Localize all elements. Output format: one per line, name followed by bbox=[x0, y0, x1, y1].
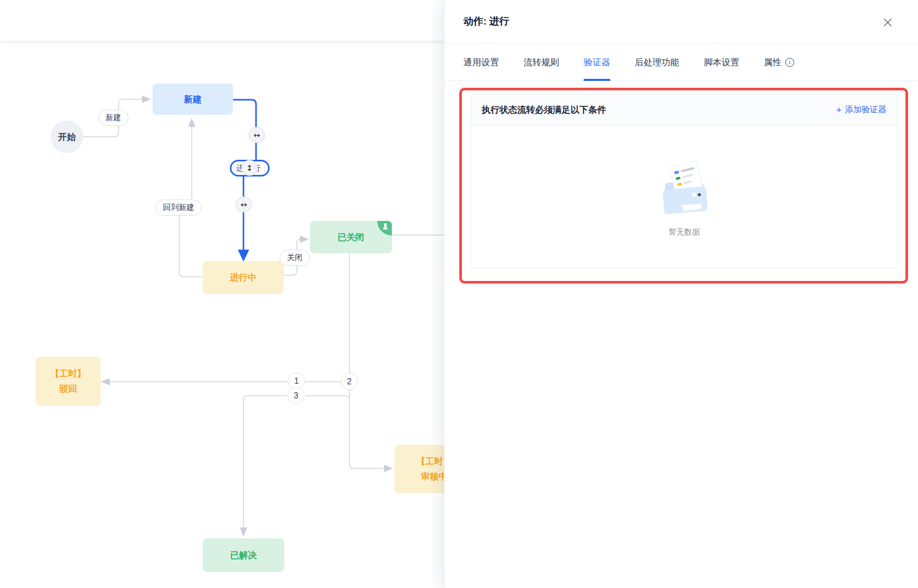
node-closed[interactable]: 已关闭 bbox=[310, 221, 392, 253]
edge-back-to-new-lower[interactable] bbox=[179, 216, 203, 277]
empty-folder-illustration bbox=[654, 157, 715, 216]
drag-handle-vertical-icon[interactable]: ↕ bbox=[241, 160, 258, 176]
tab-properties[interactable]: 属性 i bbox=[764, 44, 794, 81]
transition-marker-2[interactable]: 2 bbox=[341, 373, 358, 390]
edge-label-back-to-new[interactable]: 回到新建 bbox=[156, 199, 202, 216]
tab-transition-rules[interactable]: 流转规则 bbox=[524, 44, 559, 81]
edge-label-create[interactable]: 新建 bbox=[98, 110, 129, 126]
node-new-label: 新建 bbox=[184, 92, 202, 107]
edge-marker3-join[interactable] bbox=[306, 396, 350, 400]
node-rejected[interactable]: 【工时】 驳回 bbox=[36, 357, 101, 406]
add-validator-label: 添加验证器 bbox=[845, 104, 887, 115]
node-start-label: 开始 bbox=[58, 131, 76, 143]
arrowhead bbox=[300, 236, 309, 243]
arrowhead-blue bbox=[238, 250, 249, 262]
arrowhead bbox=[101, 378, 110, 385]
drag-handle-horizontal-icon[interactable]: ↔ bbox=[249, 127, 265, 143]
edge-closed-to-review[interactable] bbox=[350, 253, 384, 468]
arrowhead bbox=[188, 118, 195, 127]
node-in-progress-label: 进行中 bbox=[230, 270, 257, 285]
tab-general-settings[interactable]: 通用设置 bbox=[463, 44, 499, 81]
empty-data-text: 暂无数据 bbox=[669, 227, 700, 237]
plus-icon: + bbox=[836, 106, 842, 114]
info-icon[interactable]: i bbox=[785, 58, 794, 67]
node-in-progress[interactable]: 进行中 bbox=[203, 261, 284, 294]
node-review-line2: 审核中 bbox=[421, 469, 448, 484]
arrowhead bbox=[240, 527, 247, 537]
node-new[interactable]: 新建 bbox=[153, 84, 233, 115]
action-detail-panel: 动作: 进行 通用设置 流转规则 验证器 后处理功能 脚本设置 属性 i 执行状… bbox=[444, 0, 918, 588]
panel-title: 动作: 进行 bbox=[463, 15, 509, 28]
arrowhead bbox=[384, 465, 393, 472]
tab-properties-label: 属性 bbox=[764, 56, 782, 68]
close-icon[interactable] bbox=[881, 16, 894, 29]
edge-to-resolved[interactable] bbox=[243, 396, 287, 527]
node-closed-label: 已关闭 bbox=[338, 230, 364, 245]
tab-script-settings[interactable]: 脚本设置 bbox=[704, 44, 739, 81]
node-resolved-label: 已解决 bbox=[230, 548, 257, 563]
validator-empty-state: 暂无数据 bbox=[471, 126, 897, 268]
drag-handle-horizontal-icon[interactable]: ↔ bbox=[236, 196, 252, 213]
validator-conditions-card: 执行状态流转必须满足以下条件 + 添加验证器 bbox=[471, 94, 898, 268]
tab-validators[interactable]: 验证器 bbox=[584, 44, 610, 81]
node-start[interactable]: 开始 bbox=[51, 121, 83, 153]
edge-label-close[interactable]: 关闭 bbox=[280, 250, 310, 266]
validator-card-header: 执行状态流转必须满足以下条件 + 添加验证器 bbox=[471, 95, 897, 126]
validator-condition-title: 执行状态流转必须满足以下条件 bbox=[482, 104, 606, 116]
transition-marker-3[interactable]: 3 bbox=[287, 387, 305, 404]
panel-tabs: 通用设置 流转规则 验证器 后处理功能 脚本设置 属性 i bbox=[445, 44, 918, 81]
node-rejected-line2: 驳回 bbox=[60, 381, 77, 396]
highlight-red-box: 执行状态流转必须满足以下条件 + 添加验证器 bbox=[459, 88, 908, 284]
panel-header: 动作: 进行 bbox=[445, 0, 918, 44]
node-resolved[interactable]: 已解决 bbox=[203, 538, 284, 572]
tab-post-functions[interactable]: 后处理功能 bbox=[635, 44, 679, 81]
arrowhead bbox=[142, 96, 151, 103]
add-validator-button[interactable]: + 添加验证器 bbox=[836, 104, 887, 115]
stamp-badge-icon bbox=[377, 221, 392, 236]
node-rejected-line1: 【工时】 bbox=[51, 366, 86, 381]
